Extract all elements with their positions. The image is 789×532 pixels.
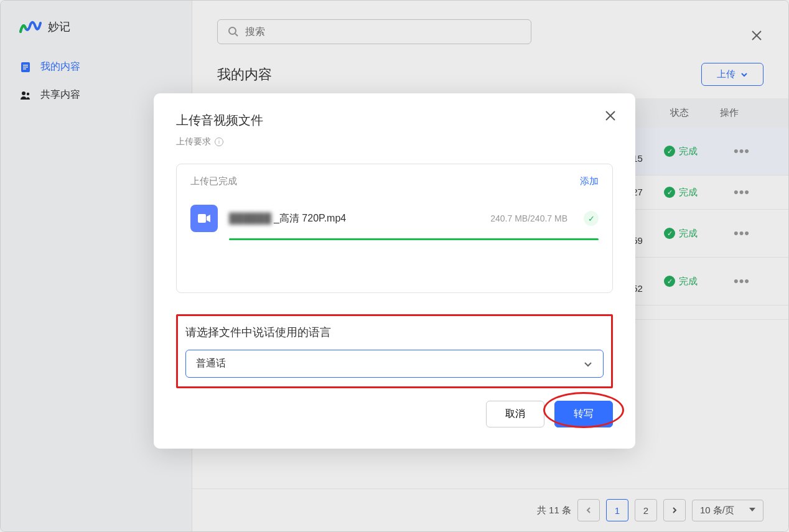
file-name: ██████_高清 720P.mp4 [229,212,479,225]
cancel-button[interactable]: 取消 [486,401,544,427]
upload-modal: 上传音视频文件 上传要求 i 上传已完成 添加 ██████_高清 720P.m… [154,93,635,449]
chevron-down-icon [583,359,593,369]
add-file-link[interactable]: 添加 [580,175,599,187]
info-icon[interactable]: i [215,138,223,146]
upload-panel: 上传已完成 添加 ██████_高清 720P.mp4 240.7 MB/240… [176,164,613,293]
file-row: ██████_高清 720P.mp4 240.7 MB/240.7 MB ✓ [177,198,612,232]
modal-title: 上传音视频文件 [176,112,613,129]
close-icon[interactable] [604,110,617,122]
upload-status: 上传已完成 [190,175,237,187]
language-label: 请选择文件中说话使用的语言 [185,325,604,340]
modal-subtitle: 上传要求 i [176,136,613,147]
svg-marker-14 [207,215,210,222]
video-file-icon [190,205,218,232]
file-size: 240.7 MB/240.7 MB [490,213,567,223]
modal-overlay: 上传音视频文件 上传要求 i 上传已完成 添加 ██████_高清 720P.m… [0,0,789,532]
progress-bar [229,238,599,240]
transcribe-button[interactable]: 转写 [554,401,613,427]
language-section-highlight: 请选择文件中说话使用的语言 普通话 [176,314,613,388]
svg-rect-13 [198,214,206,223]
language-select[interactable]: 普通话 [185,350,604,378]
success-check-icon: ✓ [584,211,599,226]
